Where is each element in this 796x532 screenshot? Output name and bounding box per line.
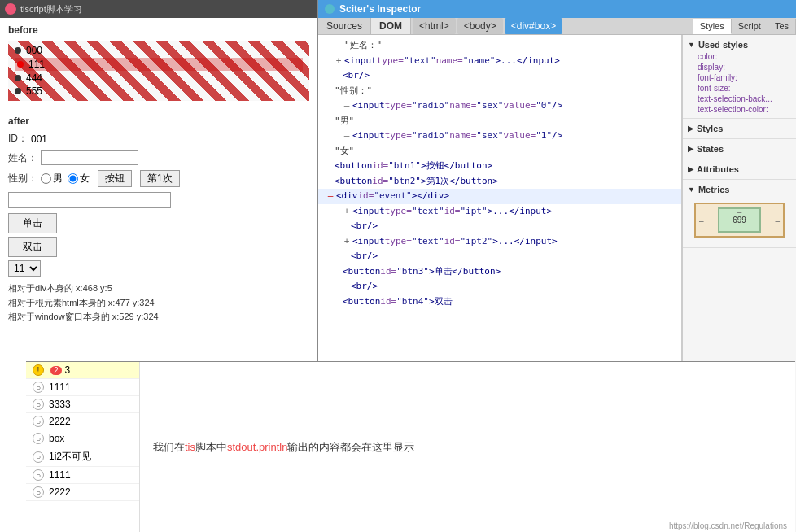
metrics-value: 699 [733,216,746,225]
used-styles-section: ▼ Used styles color: display: font-famil… [683,35,796,119]
used-styles-label: Used styles [698,40,748,50]
id-value: 001 [31,133,47,145]
dom-line: "男" [318,114,681,129]
styles-section-label: Styles [697,124,723,133]
metrics-header[interactable]: ▼ Metrics [688,183,791,196]
dom-line: <button id="btn1">按钮</button> [318,159,681,174]
double-click-btn[interactable]: 双击 [8,237,57,257]
inspector-titlebar: Sciter's Inspector [318,0,796,18]
dom-line: <button id="btn3">单击</button> [318,264,681,280]
warn-icon: ! [33,364,44,376]
list-item: 555 [15,85,303,98]
console-item[interactable]: ○ box [26,430,139,447]
tab-styles[interactable]: Styles [693,19,732,34]
coord-1: 相对于div本身的 x:468 y:5 [8,281,309,296]
dom-line: – <input type="radio" name="sex" value="… [318,129,681,144]
dom-line: "姓名：" [318,38,681,54]
console-hint-mid1: 脚本中 [195,441,227,453]
console-item-text: 3 [65,364,71,376]
states-header[interactable]: ▶ States [688,142,791,155]
console-item[interactable]: ○ 1111 [26,467,139,484]
name-input[interactable] [41,150,138,165]
dom-line[interactable]: + <input type="text" id="ipt">...</input… [318,204,681,220]
radio-group: 男 女 按钮 第1次 [41,170,180,187]
console-item-text: 2222 [49,416,71,427]
metrics-box: – – 699 – [694,203,785,238]
style-prop: display: [688,62,791,72]
style-prop: text-selection-color: [688,104,791,115]
radio-male[interactable]: 男 [41,172,63,185]
radio-female-input[interactable] [68,173,78,184]
name-row: 姓名： [8,150,309,165]
tab-test[interactable]: Tes [768,19,796,34]
style-prop: text-selection-back... [688,94,791,104]
bullet-icon [15,88,21,94]
radio-male-input[interactable] [41,173,51,184]
expand-icon[interactable]: + [335,55,343,68]
app-title: tiscript脚本学习 [20,3,82,15]
states-label: States [697,144,724,154]
info-icon: ○ [33,469,44,481]
styles-subsection: ▶ Styles [683,119,796,139]
tab-script[interactable]: Script [732,19,768,34]
console-item[interactable]: ! 2 3 [26,362,139,379]
console-item-text: 1111 [49,382,71,393]
info-icon: ○ [33,416,44,427]
console-item-text: box [49,433,64,444]
expand-icon: – [343,99,351,113]
dom-line[interactable]: + <input type="text" id="ipt2">...</inpu… [318,234,681,250]
styles-section-header[interactable]: ▶ Styles [688,122,791,135]
list-item: 111 [15,58,303,71]
expand-icon: – [343,129,351,143]
console-item[interactable]: ○ 2222 [26,413,139,430]
inspector-title: Sciter's Inspector [339,3,421,15]
dom-line[interactable]: + <input type="text" name="name">...</in… [318,54,681,69]
used-styles-header[interactable]: ▼ Used styles [688,38,791,51]
text-input-1[interactable] [8,192,171,208]
breadcrumb-div-box[interactable]: <div#box> [505,18,562,34]
collapse-icon[interactable]: – [326,190,335,203]
states-section: ▶ States [683,139,796,159]
expand-triangle-icon: ▼ [688,41,695,49]
tab-dom[interactable]: DOM [371,18,411,34]
btn1[interactable]: 按钮 [98,170,132,187]
breadcrumb-body[interactable]: <body> [457,18,503,34]
console-item[interactable]: ○ 3333 [26,396,139,413]
inspector-top-tabs: Sources DOM <html> <body> <div#box> Styl… [318,18,796,35]
watermark: https://blog.csdn.net/Regulations [669,521,787,530]
radio-male-label: 男 [53,172,63,185]
list-item-text: 000 [26,45,42,56]
bottom-panel: ! 2 3 ○ 1111 ○ 3333 ○ 2222 ○ box ○ [26,361,795,532]
breadcrumb-html[interactable]: <html> [413,18,456,34]
attributes-header[interactable]: ▶ Attributes [688,163,791,176]
console-area: ! 2 3 ○ 1111 ○ 3333 ○ 2222 ○ box ○ [26,362,795,532]
console-item[interactable]: ○ 2222 [26,484,139,501]
dom-line: <br/> [318,249,681,264]
triangle-icon: ▶ [688,124,693,133]
gender-row: 性别： 男 女 按钮 第1次 [8,170,309,187]
metrics-top: – [737,207,742,216]
triangle-icon: ▶ [688,145,693,153]
expand-icon[interactable]: + [343,235,351,249]
expand-icon[interactable]: + [343,205,351,219]
console-item-text: 1i2不可见 [49,450,91,464]
tab-sources[interactable]: Sources [318,18,371,34]
console-item-text: 1111 [49,469,71,481]
attributes-label: Attributes [697,164,739,174]
bullet-icon [17,61,24,68]
console-item[interactable]: ○ 1111 [26,379,139,396]
dom-line: <br/> [318,219,681,234]
metrics-label: Metrics [698,185,730,194]
bullet-icon [15,47,21,54]
number-select[interactable]: 11 22 [8,260,41,277]
list-item-text: 555 [26,85,42,97]
list-item: 444 [15,72,303,85]
console-item[interactable]: ○ 1i2不可见 [26,447,139,467]
style-prop: font-size: [688,83,791,94]
single-click-btn[interactable]: 单击 [8,213,57,233]
dom-line[interactable]: – <div id="event"></div> [318,189,681,204]
style-prop: font-family: [688,72,791,83]
dom-line: <br/> [318,279,681,294]
radio-female[interactable]: 女 [68,172,90,185]
btn2[interactable]: 第1次 [140,170,180,187]
